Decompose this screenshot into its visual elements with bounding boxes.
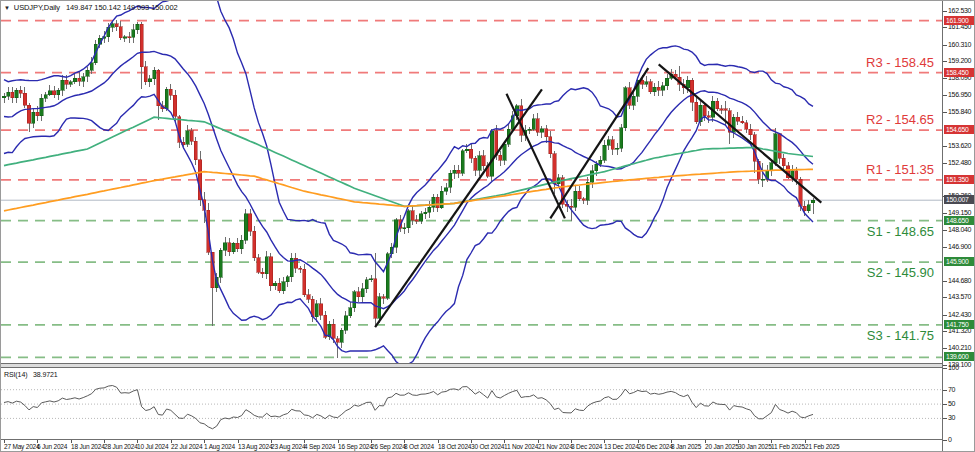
- price-tick-label: 156.950: [948, 91, 971, 98]
- price-tick: [943, 315, 947, 316]
- resistance-label: R2 - 154.65: [866, 112, 934, 127]
- level-price-badge: 148.650: [944, 216, 975, 225]
- price-tick: [943, 11, 947, 12]
- date-label: 26 Sep 2024: [371, 443, 406, 450]
- support-label: S2 - 145.90: [867, 265, 934, 280]
- price-tick-label: 144.680: [948, 277, 971, 284]
- date-label: 21 Nov 2024: [538, 443, 573, 450]
- level-price-badge: 161.900: [944, 16, 975, 25]
- date-axis[interactable]: 27 May 20246 Jun 202418 Jun 202428 Jun 2…: [1, 439, 942, 452]
- main-chart-canvas[interactable]: [1, 1, 942, 363]
- date-label: 28 Jun 2024: [104, 443, 138, 450]
- level-price-badge: 141.750: [944, 320, 975, 329]
- date-label: 11 Feb 2025: [771, 443, 805, 450]
- rsi-value: 38.9721: [33, 371, 58, 378]
- price-tick: [943, 112, 947, 113]
- panel-splitter[interactable]: [1, 363, 942, 368]
- date-label: 6 Jun 2024: [37, 443, 67, 450]
- date-label: 11 Nov 2024: [504, 443, 538, 450]
- chart-window: ▼ USDJPY,Daily 149.847 150.142 149.093 1…: [0, 0, 975, 452]
- price-tick: [943, 348, 947, 349]
- price-axis[interactable]: 162.530161.450160.310159.200158.090156.9…: [942, 1, 975, 452]
- candle-wicks-layer: [4, 20, 813, 358]
- current-price-badge: 150.007: [944, 195, 975, 204]
- date-label: 30 Jan 2025: [738, 443, 772, 450]
- rsi-tick: [943, 368, 947, 369]
- price-tick-label: 153.620: [948, 142, 971, 149]
- price-tick: [943, 365, 947, 366]
- rsi-tick: [943, 390, 947, 391]
- price-tick: [943, 78, 947, 79]
- date-label: 30 Oct 2024: [471, 443, 504, 450]
- level-price-badge: 139.600: [944, 352, 975, 361]
- level-price-badge: 151.350: [944, 175, 975, 184]
- price-tick: [943, 95, 947, 96]
- rsi-tick: [943, 440, 947, 441]
- rsi-tick-label: 100: [948, 364, 959, 371]
- date-label: 4 Sep 2024: [304, 443, 335, 450]
- price-tick-label: 152.480: [948, 159, 971, 166]
- date-label: 26 Dec 2024: [638, 443, 673, 450]
- date-label: 18 Oct 2024: [438, 443, 471, 450]
- support-label: S3 - 141.75: [867, 328, 934, 343]
- level-price-badge: 145.900: [944, 257, 975, 266]
- rsi-indicator-label: RSI(14) 38.9721: [4, 371, 58, 378]
- price-tick-label: 149.150: [948, 209, 971, 216]
- price-tick-label: 148.040: [948, 226, 971, 233]
- price-tick: [943, 230, 947, 231]
- chart-title: ▼ USDJPY,Daily 149.847 150.142 149.093 1…: [4, 3, 178, 12]
- date-label: 27 May 2024: [4, 443, 39, 450]
- price-tick: [943, 163, 947, 164]
- rsi-tick: [943, 404, 947, 405]
- ohlc-values-label: 149.847 150.142 149.093 150.002: [66, 3, 178, 12]
- support-label: S1 - 148.65: [867, 224, 934, 239]
- price-tick-label: 155.840: [948, 108, 971, 115]
- price-tick-label: 142.430: [948, 311, 971, 318]
- bollinger-bands: [4, 1, 813, 363]
- price-tick: [943, 45, 947, 46]
- date-label: 20 Jan 2025: [705, 443, 739, 450]
- price-tick-label: 162.530: [948, 7, 971, 14]
- rsi-tick-label: 50: [948, 400, 955, 407]
- date-label: 1 Aug 2024: [204, 443, 235, 450]
- trendline[interactable]: [375, 89, 542, 327]
- rsi-indicator-canvas[interactable]: [1, 369, 942, 439]
- resistance-label: R1 - 151.35: [866, 162, 934, 177]
- date-label: 8 Oct 2024: [404, 443, 434, 450]
- price-tick-label: 146.900: [948, 243, 971, 250]
- price-tick-label: 160.310: [948, 41, 971, 48]
- trendline[interactable]: [550, 68, 648, 218]
- price-tick: [943, 146, 947, 147]
- level-price-badge: 154.650: [944, 125, 975, 134]
- date-label: 22 Jul 2024: [171, 443, 202, 450]
- date-label: 13 Aug 2024: [238, 443, 272, 450]
- rsi-tick-label: 30: [948, 414, 955, 421]
- price-tick: [943, 297, 947, 298]
- date-label: 10 Jul 2024: [137, 443, 168, 450]
- trendline[interactable]: [659, 64, 822, 202]
- rsi-line: [4, 386, 813, 429]
- date-label: 18 Jun 2024: [71, 443, 105, 450]
- price-tick: [943, 331, 947, 332]
- price-tick-label: 143.570: [948, 293, 971, 300]
- chart-expand-icon[interactable]: ▼: [4, 5, 10, 11]
- date-label: 21 Feb 2025: [805, 443, 839, 450]
- rsi-tick-label: 70: [948, 386, 955, 393]
- resistance-label: R3 - 158.45: [866, 55, 934, 70]
- date-label: 13 Dec 2024: [604, 443, 639, 450]
- rsi-name: RSI(14): [4, 371, 27, 378]
- ma-teal-line: [4, 117, 813, 206]
- price-tick: [943, 213, 947, 214]
- price-tick-label: 159.200: [948, 57, 971, 64]
- rsi-tick: [943, 418, 947, 419]
- price-tick: [943, 247, 947, 248]
- price-tick-label: 140.210: [948, 344, 971, 351]
- symbol-timeframe-label: USDJPY,Daily: [14, 3, 60, 12]
- candles-layer[interactable]: [2, 24, 814, 343]
- price-tick: [943, 27, 947, 28]
- date-label: 8 Jan 2025: [671, 443, 701, 450]
- date-label: 23 Aug 2024: [271, 443, 305, 450]
- date-label: 16 Sep 2024: [338, 443, 373, 450]
- level-price-badge: 158.450: [944, 68, 975, 77]
- price-tick: [943, 61, 947, 62]
